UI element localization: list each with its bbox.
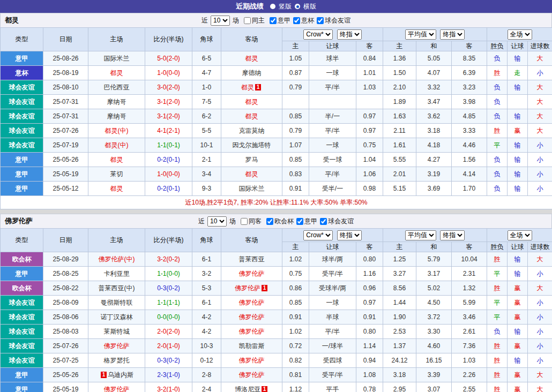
odds-away-cell: 0.97 bbox=[356, 109, 383, 124]
same-venue-option[interactable]: 同主 bbox=[244, 16, 265, 25]
odds-away-cell: 1.16 bbox=[356, 267, 383, 281]
result-wl-cell: 胜 bbox=[487, 339, 508, 353]
league-checkbox-3[interactable] bbox=[317, 17, 324, 24]
radio-horizontal-label[interactable]: 横版 bbox=[303, 2, 316, 11]
league-option-2[interactable]: 意杯 bbox=[293, 16, 314, 25]
result-goals-cell: 小 bbox=[528, 296, 552, 310]
corners-cell: 4-2 bbox=[192, 325, 221, 339]
team-name-text: 佛罗伦萨 bbox=[239, 357, 265, 364]
avg-draw-cell: 3.07 bbox=[416, 382, 452, 392]
avg-away-cell: 8.35 bbox=[452, 51, 487, 66]
avg-away-cell: 4.85 bbox=[452, 109, 487, 124]
col-result-handicap: 让球 bbox=[508, 242, 528, 252]
corners-cell: 10-3 bbox=[192, 339, 221, 353]
league-label-2: 意甲 bbox=[304, 217, 317, 226]
avg-type-select[interactable]: 平均值 bbox=[405, 230, 436, 240]
league-option-2[interactable]: 意甲 bbox=[296, 217, 317, 226]
league-checkbox-1[interactable] bbox=[270, 17, 277, 24]
corners-cell: 2-4 bbox=[192, 382, 221, 392]
near-label: 近 bbox=[202, 16, 208, 25]
same-venue-checkbox[interactable] bbox=[244, 17, 251, 24]
radio-vertical-icon[interactable] bbox=[270, 4, 275, 9]
same-venue-option[interactable]: 同客 bbox=[241, 217, 262, 226]
home-team-cell: 都灵(中) bbox=[88, 124, 145, 138]
home-team-cell: 普莱西亚(中) bbox=[88, 281, 145, 296]
odds-time-select[interactable]: 终指 bbox=[337, 29, 362, 40]
radio-vertical-label[interactable]: 竖版 bbox=[279, 2, 292, 11]
result-handicap-cell: 输 bbox=[508, 325, 528, 339]
avg-time-select[interactable]: 终指 bbox=[440, 230, 465, 240]
scope-select[interactable]: 全场 bbox=[508, 230, 532, 240]
result-wl-cell: 平 bbox=[487, 267, 508, 281]
league-option-1[interactable]: 意甲 bbox=[270, 16, 290, 25]
col-odds-home: 主 bbox=[282, 242, 309, 252]
match-type-cell: 欧会杯 bbox=[1, 281, 43, 296]
result-wl-cell: 胜 bbox=[487, 368, 508, 382]
league-label-3: 球会友谊 bbox=[325, 16, 350, 25]
col-avg-home: 主 bbox=[383, 41, 416, 51]
match-type-cell: 意甲 bbox=[1, 167, 43, 182]
avg-home-cell: 1.63 bbox=[383, 109, 416, 124]
same-venue-checkbox[interactable] bbox=[241, 218, 248, 225]
home-team-cell: 诺丁汉森林 bbox=[88, 310, 145, 325]
team-name-text: 曼彻斯特联 bbox=[101, 299, 133, 306]
col-corner: 角球 bbox=[192, 28, 221, 51]
result-handicap-cell: 输 bbox=[508, 353, 528, 368]
team-section-fiorentina: 佛罗伦萨 近 10 场 同客 欧会杯 意甲 球会友谊 bbox=[0, 214, 552, 392]
match-count-select[interactable]: 10 bbox=[207, 216, 227, 227]
team-name-text: 乌迪内斯 bbox=[108, 371, 133, 379]
avg-draw-cell: 4.50 bbox=[416, 296, 452, 310]
league-option-1[interactable]: 欧会杯 bbox=[266, 217, 294, 226]
team-name-text: 佛罗伦萨 bbox=[239, 371, 265, 379]
col-score: 比分(半场) bbox=[145, 28, 192, 51]
odds-company-select[interactable]: Crow* bbox=[303, 230, 333, 240]
league-checkbox-3[interactable] bbox=[320, 218, 327, 225]
match-date-cell: 25-07-31 bbox=[43, 109, 88, 124]
avg-away-cell: 1.03 bbox=[452, 353, 487, 368]
league-option-3[interactable]: 球会友谊 bbox=[317, 16, 350, 25]
avg-draw-cell: 3.18 bbox=[416, 124, 452, 138]
league-option-3[interactable]: 球会友谊 bbox=[320, 217, 354, 226]
avg-away-cell: 4.46 bbox=[452, 138, 487, 153]
match-count-select[interactable]: 10 bbox=[211, 16, 230, 26]
corners-cell: 4-2 bbox=[192, 310, 221, 325]
team-name-text: 佛罗伦萨(中) bbox=[99, 255, 135, 263]
avg-away-cell: 5.99 bbox=[452, 296, 487, 310]
radio-horizontal-icon[interactable] bbox=[295, 4, 300, 9]
league-checkbox-2[interactable] bbox=[296, 218, 303, 225]
result-handicap-cell: 赢 bbox=[508, 281, 528, 296]
result-handicap-cell: 输 bbox=[508, 252, 528, 267]
result-wl-cell: 平 bbox=[487, 296, 508, 310]
odds-away-cell: 0.96 bbox=[356, 281, 383, 296]
match-row: 意甲25-05-19佛罗伦萨3-2(1-0)2-4博洛尼亚11.12平手0.78… bbox=[1, 382, 552, 392]
result-goals-cell: 大 bbox=[528, 368, 552, 382]
result-wl-cell: 负 bbox=[487, 325, 508, 339]
result-goals-cell: 小 bbox=[528, 182, 552, 196]
team-name-text: 普莱西亚(中) bbox=[99, 284, 135, 292]
match-date-cell: 25-05-12 bbox=[43, 182, 88, 196]
league-checkbox-2[interactable] bbox=[293, 17, 300, 24]
team-name-text: 佛罗伦萨 bbox=[239, 313, 265, 321]
match-type-cell: 球会友谊 bbox=[1, 296, 43, 310]
avg-home-cell: 3.27 bbox=[383, 267, 416, 281]
team-name-text: 都灵(中) bbox=[105, 127, 129, 134]
avg-time-select[interactable]: 终指 bbox=[440, 29, 465, 40]
odds-company-select[interactable]: Crow* bbox=[303, 29, 333, 40]
home-team-cell: 莱斯特城 bbox=[88, 325, 145, 339]
result-goals-cell: 大 bbox=[528, 95, 552, 109]
score-cell: 1-1(0-0) bbox=[145, 267, 192, 281]
games-label: 场 bbox=[233, 16, 239, 25]
league-checkbox-1[interactable] bbox=[266, 218, 273, 225]
layout-toggle: 竖版 横版 bbox=[270, 2, 316, 11]
filter-controls: 近 10 场 同客 欧会杯 意甲 球会友谊 bbox=[198, 216, 354, 227]
odds-time-select[interactable]: 终指 bbox=[337, 230, 362, 240]
team-name-text: 克雷莫纳 bbox=[239, 127, 265, 134]
avg-type-select[interactable]: 平均值 bbox=[405, 29, 436, 40]
score-cell: 5-0(2-0) bbox=[145, 51, 192, 66]
result-wl-cell: 胜 bbox=[487, 66, 508, 80]
avg-draw-cell: 4.27 bbox=[416, 153, 452, 167]
scope-select[interactable]: 全场 bbox=[508, 29, 532, 40]
handicap-cell: 平/半 bbox=[309, 80, 356, 95]
avg-draw-cell: 16.15 bbox=[416, 353, 452, 368]
match-type-cell: 球会友谊 bbox=[1, 109, 43, 124]
